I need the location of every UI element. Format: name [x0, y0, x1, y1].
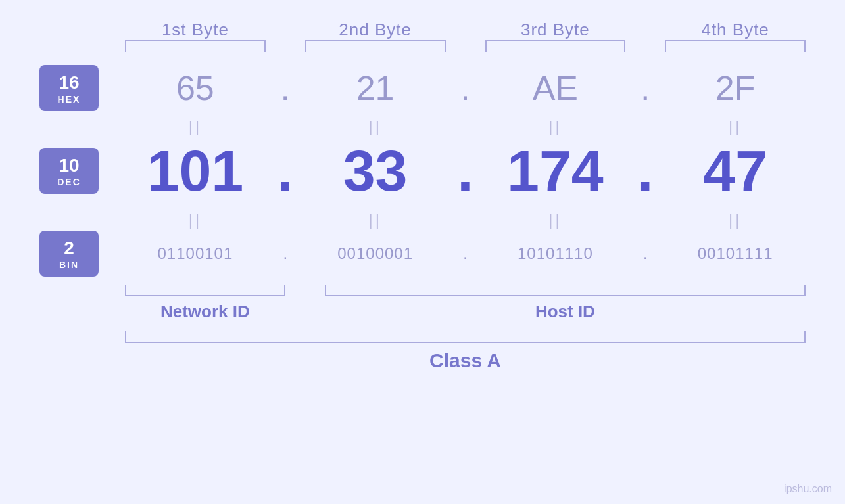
dec-val-2: 33	[305, 137, 446, 204]
bin-row: 2 BIN 01100101 . 00100001 . 10101110 . 0…	[39, 231, 806, 277]
eq-sym-5: ||	[125, 211, 266, 229]
eq-sym-1: ||	[125, 118, 266, 136]
network-bracket: Network ID	[125, 285, 285, 322]
class-row: Class A	[39, 331, 806, 372]
class-bracket-line	[125, 331, 806, 343]
dec-val-4: 47	[665, 137, 806, 204]
equals-row-2: || || || ||	[39, 211, 806, 229]
dec-dot-1: .	[266, 137, 305, 204]
watermark: ipshu.com	[784, 483, 832, 495]
dec-badge: 10 DEC	[39, 148, 99, 194]
eq-sym-3: ||	[485, 118, 626, 136]
hex-val-1: 65	[125, 68, 266, 108]
dec-val-1: 101	[125, 137, 266, 204]
host-label: Host ID	[535, 302, 595, 322]
bin-val-2: 00100001	[305, 244, 446, 263]
byte-label-2: 2nd Byte	[305, 20, 446, 40]
byte-label-3: 3rd Byte	[485, 20, 626, 40]
dec-dot-2: .	[446, 137, 485, 204]
bin-dot-3: .	[625, 244, 665, 263]
host-bracket: Host ID	[325, 285, 806, 322]
dec-row: 10 DEC 101 . 33 . 174 . 47	[39, 137, 806, 204]
eq-sym-7: ||	[485, 211, 626, 229]
network-label: Network ID	[160, 302, 250, 322]
bin-dot-2: .	[446, 244, 485, 263]
hex-val-2: 21	[305, 68, 446, 108]
bin-badge: 2 BIN	[39, 231, 99, 277]
bracket-bot-host	[325, 285, 806, 296]
bin-val-3: 10101110	[485, 244, 626, 263]
bracket-top-3	[485, 40, 626, 52]
eq-sym-2: ||	[305, 118, 446, 136]
bin-dot-1: .	[266, 244, 305, 263]
bracket-top-2	[305, 40, 446, 52]
main-container: 1st Byte 2nd Byte 3rd Byte 4th Byte 16 H…	[0, 0, 845, 504]
eq-sym-6: ||	[305, 211, 446, 229]
byte-label-4: 4th Byte	[665, 20, 806, 40]
hex-val-4: 2F	[665, 68, 806, 108]
hex-dot-1: .	[266, 68, 305, 108]
bottom-section: Network ID Host ID	[39, 285, 806, 322]
bin-val-4: 00101111	[665, 244, 806, 263]
class-label: Class A	[429, 350, 501, 372]
bracket-bot-network	[125, 285, 285, 296]
top-bracket-row	[39, 40, 806, 52]
class-bracket: Class A	[125, 331, 806, 372]
hex-dot-2: .	[446, 68, 485, 108]
bin-val-1: 01100101	[125, 244, 266, 263]
byte-label-1: 1st Byte	[125, 20, 266, 40]
hex-row: 16 HEX 65 . 21 . AE . 2F	[39, 65, 806, 111]
equals-row-1: || || || ||	[39, 118, 806, 136]
eq-sym-4: ||	[665, 118, 806, 136]
hex-dot-3: .	[625, 68, 665, 108]
dec-dot-3: .	[625, 137, 665, 204]
hex-badge: 16 HEX	[39, 65, 99, 111]
dec-val-3: 174	[485, 137, 626, 204]
bracket-top-4	[665, 40, 806, 52]
hex-val-3: AE	[485, 68, 626, 108]
byte-labels-row: 1st Byte 2nd Byte 3rd Byte 4th Byte	[39, 20, 806, 40]
bracket-top-1	[125, 40, 266, 52]
eq-sym-8: ||	[665, 211, 806, 229]
